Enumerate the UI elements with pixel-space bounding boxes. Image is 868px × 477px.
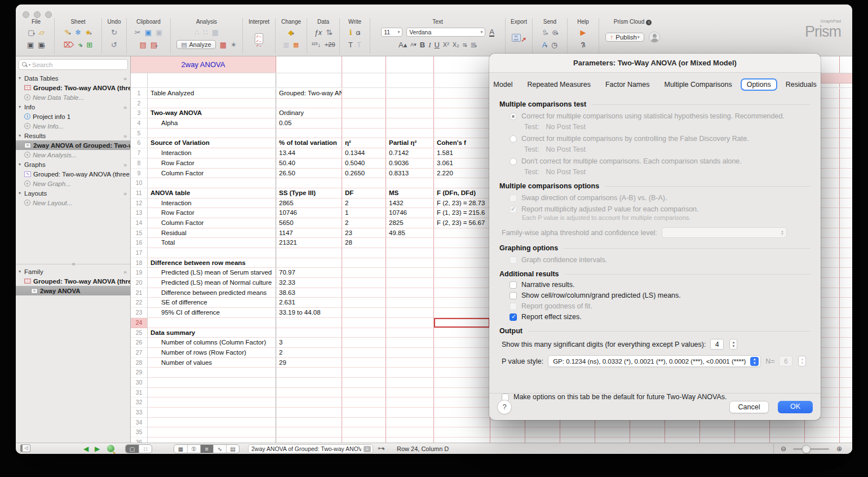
sheet-cell[interactable] <box>276 328 342 338</box>
row-title-cell[interactable]: Interaction <box>148 148 276 158</box>
sheet-cell[interactable]: 1.581 <box>434 148 490 158</box>
align-icon[interactable]: ≡▾ <box>462 41 467 48</box>
row-number[interactable]: 21 <box>131 288 148 298</box>
sheet-cell[interactable] <box>342 258 386 268</box>
sheet-cell[interactable] <box>342 108 386 118</box>
sheet-cell[interactable] <box>840 129 852 139</box>
sidebar-item-new-info[interactable]: +New Info... <box>16 121 130 131</box>
row-number[interactable]: 4 <box>131 118 148 129</box>
sheet-cell[interactable]: 2.631 <box>276 298 342 308</box>
sheet-cell[interactable] <box>386 248 434 258</box>
sheet-cell[interactable] <box>386 408 434 418</box>
paste-icon[interactable]: ▤ <box>139 41 146 48</box>
sheet-cell[interactable]: 2 <box>342 218 386 228</box>
sheet-cell[interactable] <box>342 368 386 378</box>
line-spacing-icon[interactable]: ≣▾ <box>471 41 477 48</box>
results-view-icon[interactable]: ≡ <box>200 445 213 453</box>
sheet-cell[interactable] <box>342 288 386 298</box>
row-title-cell[interactable]: Total <box>148 238 276 248</box>
analyze-button[interactable]: ▤Analyze <box>176 40 216 49</box>
row-number[interactable]: 28 <box>131 358 148 368</box>
row-number[interactable]: 18 <box>131 258 148 268</box>
sheet-cell[interactable] <box>386 118 434 129</box>
gallery-view-icon[interactable]: ∷ <box>139 445 152 453</box>
sheet-cell[interactable] <box>276 438 342 443</box>
interpret-checklist-icon[interactable]: ✓–✓–✓– <box>255 33 263 44</box>
sheet-cell[interactable]: 0.9036 <box>386 158 434 169</box>
tab-multiple-comparisons[interactable]: Multiple Comparisons <box>658 78 738 91</box>
sheet-cell[interactable] <box>434 368 490 378</box>
row-number[interactable]: 31 <box>131 388 148 398</box>
sheet-cell[interactable] <box>386 238 434 248</box>
underline-icon[interactable]: U <box>434 41 439 48</box>
sheet-cell[interactable] <box>434 228 490 238</box>
search-field[interactable]: ▾ <box>19 59 128 70</box>
sheet-cell[interactable] <box>434 418 490 428</box>
minimize-window-button[interactable] <box>34 11 41 18</box>
sheet-cell[interactable] <box>386 108 434 118</box>
sheet-cell[interactable]: F (1, 23) = 215.6 <box>434 208 490 218</box>
sidebar-item-2way-anova[interactable]: =2way ANOVA <box>16 286 130 295</box>
row-number[interactable]: 15 <box>131 228 148 238</box>
sheet-cell[interactable] <box>840 238 852 248</box>
undo-icon[interactable]: ↺ <box>111 41 117 48</box>
row-number[interactable]: 34 <box>131 418 148 428</box>
window-controls[interactable] <box>23 11 52 18</box>
sheet-cell[interactable]: F (2, 23) = 56.67 <box>434 218 490 228</box>
row-number[interactable]: 33 <box>131 408 148 418</box>
tab-residuals[interactable]: Residuals <box>780 78 821 91</box>
sheet-cell[interactable] <box>386 99 434 109</box>
double-chevron-icon[interactable]: » <box>123 75 127 82</box>
sheet-cell[interactable]: F (DFn, DFd) <box>434 188 490 198</box>
decimals-icon[interactable]: ¹²³↓ <box>311 42 321 48</box>
row-number[interactable]: 32 <box>131 398 148 408</box>
additional-result-checkbox[interactable] <box>510 281 517 289</box>
sheet-cell[interactable] <box>386 438 434 443</box>
family-wise-select[interactable]: ▲▼ <box>662 227 787 238</box>
sheet-cell[interactable] <box>434 129 490 139</box>
sidebar-section-layouts[interactable]: ▾Layouts» <box>16 188 130 198</box>
sidebar-section-family[interactable]: ▾Family» <box>16 267 130 276</box>
sheet-cell[interactable]: 26.50 <box>276 169 342 179</box>
additional-result-row[interactable]: Report goodness of fit. <box>499 302 811 310</box>
current-sheet-name-field[interactable]: 2way ANOVA of Grouped: Two-way ANOVA (t … <box>248 444 373 453</box>
sheet-cell[interactable]: 0.05 <box>276 118 342 129</box>
sheet-cell[interactable]: 23 <box>342 228 386 238</box>
sheet-cell[interactable] <box>840 378 852 388</box>
redo-icon[interactable]: ↻ <box>111 29 117 36</box>
sheet-cell[interactable] <box>342 398 386 408</box>
sheet-cell[interactable] <box>434 178 490 188</box>
sheet-cell[interactable]: 38.63 <box>276 288 342 298</box>
open-file-icon[interactable]: ▱ <box>39 29 45 36</box>
sheet-cell[interactable] <box>490 427 525 438</box>
sheet-cell[interactable]: 2 <box>276 348 342 358</box>
row-title-cell[interactable] <box>148 318 276 328</box>
sheet-cell[interactable] <box>276 129 342 139</box>
sheet-cell[interactable] <box>595 438 630 443</box>
sheet-cell[interactable] <box>342 278 386 288</box>
sheet-cell[interactable] <box>434 358 490 368</box>
row-number[interactable]: 17 <box>131 248 148 258</box>
sheet-cell[interactable] <box>840 138 852 148</box>
row-title-cell[interactable]: 95% CI of difference <box>148 308 276 318</box>
sheet-cell[interactable] <box>434 298 490 308</box>
tab-options[interactable]: Options <box>741 78 777 91</box>
row-number[interactable]: 29 <box>131 368 148 378</box>
sidebar-section-info[interactable]: ▾Info» <box>16 102 130 112</box>
sheet-cell[interactable] <box>630 438 665 443</box>
sheet-cell[interactable] <box>386 258 434 268</box>
row-number[interactable]: 20 <box>131 278 148 288</box>
collapse-sidebar-button[interactable]: ◁ <box>20 444 30 452</box>
sheet-cell[interactable] <box>342 268 386 278</box>
sheet-cell[interactable]: MS <box>386 188 434 198</box>
sheet-cell[interactable] <box>840 278 852 288</box>
double-chevron-icon[interactable]: » <box>123 104 127 111</box>
new-file-icon[interactable]: ▢▾ <box>28 29 35 36</box>
sheet-cell[interactable] <box>342 89 386 99</box>
cancel-button[interactable]: Cancel <box>729 401 769 413</box>
sheet-cell[interactable] <box>840 288 852 298</box>
freeze-sheet-icon[interactable]: ❄ <box>75 29 81 36</box>
sheet-cell[interactable] <box>276 427 342 438</box>
pin-sheet-icon[interactable]: ★▾ <box>85 29 92 36</box>
sheet-cell[interactable]: % of total variation <box>276 138 342 148</box>
